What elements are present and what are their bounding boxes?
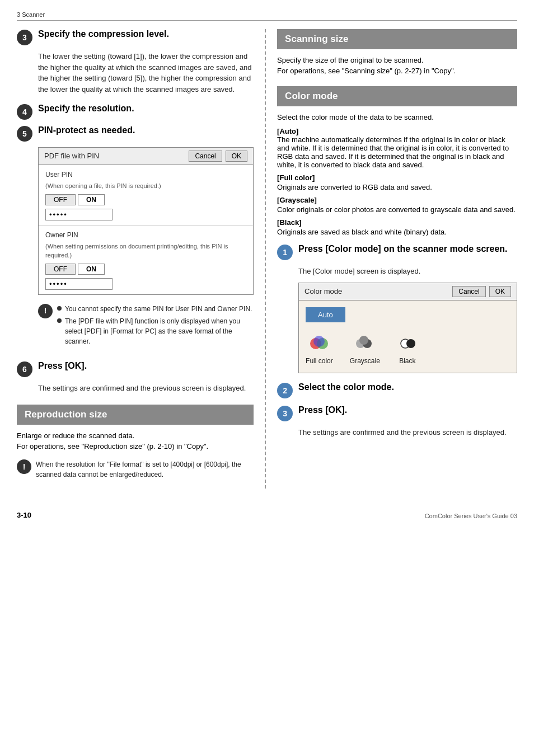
bullet-dot-1 — [57, 306, 62, 311]
owner-pin-toggle: OFF ON — [45, 264, 246, 275]
color-icons-row: Full color — [306, 335, 510, 366]
repro-note-text: When the resolution for "File format" is… — [36, 459, 254, 480]
svg-point-7 — [406, 339, 415, 348]
pin-ok-button[interactable]: OK — [226, 151, 247, 162]
full-color-item[interactable]: Full color — [306, 335, 333, 366]
cm-step3-body: The settings are confirmed and the previ… — [298, 427, 517, 438]
color-mode-cancel-button[interactable]: Cancel — [452, 286, 485, 297]
cm-step3-heading: 3 Press [OK]. — [277, 405, 517, 421]
color-mode-section: Color mode Select the color mode of the … — [277, 86, 517, 438]
svg-point-5 — [359, 336, 368, 345]
step5-note: ! You cannot specify the same PIN for Us… — [38, 300, 254, 352]
auto-label: [Auto] — [277, 127, 517, 135]
cm-step3-circle: 3 — [277, 406, 293, 421]
step6-heading: 6 Press [OK]. — [17, 361, 254, 377]
color-mode-dialog: Color mode Cancel OK Auto — [298, 283, 517, 374]
user-pin-label: User PIN — [45, 170, 246, 180]
step4-title: Specify the resolution. — [38, 104, 134, 114]
user-pin-input-row — [45, 209, 246, 220]
owner-pin-section: Owner PIN (When setting permissions on d… — [39, 226, 253, 294]
note-icon: ! — [38, 304, 53, 318]
bullet-dot-2 — [57, 318, 62, 323]
user-pin-sublabel: (When opening a file, this PIN is requir… — [45, 181, 246, 191]
breadcrumb: 3 Scanner — [17, 11, 517, 21]
owner-pin-label: Owner PIN — [45, 230, 246, 240]
grayscale-icon — [354, 335, 376, 353]
full-color-label: [Full color] — [277, 173, 517, 182]
black-label-icon: Black — [399, 356, 415, 366]
note-bullet-2-text: The [PDF file with PIN] function is only… — [65, 316, 254, 346]
pin-dialog-buttons: Cancel OK — [189, 151, 247, 162]
step5-circle: 5 — [17, 126, 32, 142]
color-mode-ok-button[interactable]: OK — [489, 286, 511, 297]
two-column-layout: 3 Specify the compression level. The low… — [17, 29, 517, 489]
note-content: You cannot specify the same PIN for User… — [57, 304, 254, 349]
right-column: Scanning size Specify the size of the or… — [266, 29, 517, 489]
user-pin-section: User PIN (When opening a file, this PIN … — [39, 165, 253, 226]
pin-dialog-header: PDF file with PIN Cancel OK — [39, 148, 253, 165]
cm-step3-title: Press [OK]. — [298, 405, 347, 415]
note-bullet-2: The [PDF file with PIN] function is only… — [57, 316, 254, 346]
cm-step2-circle: 2 — [277, 383, 293, 398]
footer-series: ComColor Series User's Guide 03 — [425, 513, 517, 519]
step5-title: PIN-protect as needed. — [38, 125, 135, 135]
user-pin-off-button[interactable]: OFF — [45, 194, 76, 205]
repro-note-icon: ! — [17, 459, 31, 474]
black-item[interactable]: Black — [397, 335, 418, 366]
color-mode-dialog-body: Auto — [299, 300, 517, 373]
grayscale-label: [Grayscale] — [277, 196, 517, 204]
black-icon — [397, 335, 418, 353]
repro-body2: For operations, see "Reproduction size" … — [17, 442, 254, 450]
cm-step1-desc: The [Color mode] screen is displayed. — [298, 266, 517, 277]
left-column: 3 Specify the compression level. The low… — [17, 29, 266, 489]
repro-body1: Enlarge or reduce the scanned data. — [17, 431, 254, 440]
step4-heading: 4 Specify the resolution. — [17, 104, 254, 120]
auto-button-label: Auto — [306, 307, 345, 323]
user-pin-input[interactable] — [45, 209, 113, 220]
pin-dialog: PDF file with PIN Cancel OK User PIN (Wh… — [38, 147, 254, 295]
color-mode-dialog-header: Color mode Cancel OK — [299, 283, 517, 300]
black-label: [Black] — [277, 218, 517, 227]
step5-body: PDF file with PIN Cancel OK User PIN (Wh… — [38, 147, 254, 352]
black-desc: Originals are saved as black and white (… — [277, 228, 517, 236]
owner-pin-off-button[interactable]: OFF — [45, 264, 76, 275]
step3-circle: 3 — [17, 30, 32, 45]
color-mode-dialog-title: Color mode — [305, 286, 342, 297]
cm-step1-circle: 1 — [277, 245, 293, 260]
step6-circle: 6 — [17, 361, 32, 377]
grayscale-item[interactable]: Grayscale — [350, 335, 380, 366]
page: 3 Scanner 3 Specify the compression leve… — [0, 0, 534, 756]
owner-pin-input[interactable] — [45, 278, 113, 290]
scanning-body1: Specify the size of the original to be s… — [277, 56, 517, 64]
footer: 3-10 ComColor Series User's Guide 03 — [17, 505, 517, 519]
cm-step2-heading: 2 Select the color mode. — [277, 382, 517, 398]
grayscale-label-icon: Grayscale — [350, 356, 380, 366]
full-color-icon — [308, 335, 330, 353]
step3-title: Specify the compression level. — [38, 29, 169, 39]
auto-desc: The machine automatically determines if … — [277, 135, 517, 169]
svg-point-2 — [313, 336, 325, 347]
footer-page: 3-10 — [17, 511, 31, 519]
auto-button[interactable]: Auto — [306, 307, 510, 331]
owner-pin-on-button[interactable]: ON — [78, 264, 105, 275]
note-bullet-1: You cannot specify the same PIN for User… — [57, 304, 254, 314]
cm-step2-title: Select the color mode. — [298, 382, 394, 392]
grayscale-desc: Color originals or color photos are conv… — [277, 205, 517, 214]
repro-note: ! When the resolution for "File format" … — [17, 456, 254, 483]
step3-body: The lower the setting (toward [1]), the … — [38, 51, 254, 95]
pin-dialog-title: PDF file with PIN — [44, 151, 99, 162]
cm-step1-body: The [Color mode] screen is displayed. Co… — [298, 266, 517, 373]
pin-cancel-button[interactable]: Cancel — [189, 151, 222, 162]
scanning-body2: For operations, see "Scanning size" (p. … — [277, 67, 517, 75]
user-pin-on-button[interactable]: ON — [78, 194, 105, 205]
owner-pin-input-row — [45, 278, 246, 290]
step4-circle: 4 — [17, 104, 32, 120]
cm-step1-heading: 1 Press [Color mode] on the scanner mode… — [277, 244, 517, 260]
reproduction-banner: Reproduction size — [17, 405, 254, 425]
color-mode-dialog-buttons: Cancel OK — [452, 286, 511, 297]
cm-step1-title: Press [Color mode] on the scanner mode s… — [298, 244, 507, 254]
note-bullet-1-text: You cannot specify the same PIN for User… — [65, 304, 252, 314]
color-mode-banner: Color mode — [277, 86, 517, 106]
step3-heading: 3 Specify the compression level. — [17, 29, 254, 45]
step6-body: The settings are confirmed and the previ… — [38, 383, 254, 394]
